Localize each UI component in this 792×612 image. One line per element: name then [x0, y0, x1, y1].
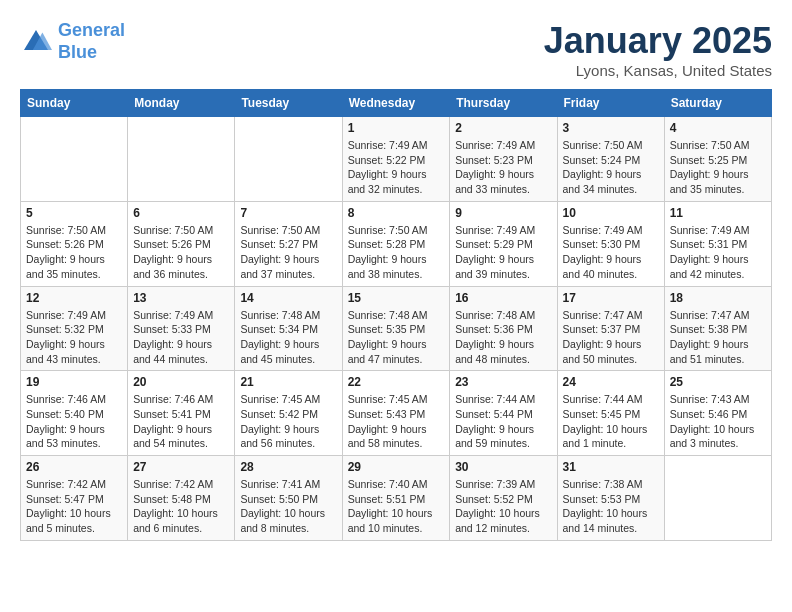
logo: General Blue [20, 20, 125, 63]
calendar-cell: 7 Sunrise: 7:50 AMSunset: 5:27 PMDayligh… [235, 201, 342, 286]
calendar-cell: 18 Sunrise: 7:47 AMSunset: 5:38 PMDaylig… [664, 286, 771, 371]
day-number: 18 [670, 291, 766, 305]
calendar-cell [664, 456, 771, 541]
calendar-cell: 12 Sunrise: 7:49 AMSunset: 5:32 PMDaylig… [21, 286, 128, 371]
day-info: Sunrise: 7:43 AMSunset: 5:46 PMDaylight:… [670, 392, 766, 451]
calendar-cell: 30 Sunrise: 7:39 AMSunset: 5:52 PMDaylig… [450, 456, 557, 541]
header-day-thursday: Thursday [450, 90, 557, 117]
calendar-cell: 4 Sunrise: 7:50 AMSunset: 5:25 PMDayligh… [664, 117, 771, 202]
header-day-monday: Monday [128, 90, 235, 117]
calendar-cell: 19 Sunrise: 7:46 AMSunset: 5:40 PMDaylig… [21, 371, 128, 456]
week-row-3: 19 Sunrise: 7:46 AMSunset: 5:40 PMDaylig… [21, 371, 772, 456]
day-info: Sunrise: 7:50 AMSunset: 5:28 PMDaylight:… [348, 223, 445, 282]
day-number: 30 [455, 460, 551, 474]
day-number: 11 [670, 206, 766, 220]
calendar-cell: 8 Sunrise: 7:50 AMSunset: 5:28 PMDayligh… [342, 201, 450, 286]
calendar-cell: 6 Sunrise: 7:50 AMSunset: 5:26 PMDayligh… [128, 201, 235, 286]
calendar-cell: 22 Sunrise: 7:45 AMSunset: 5:43 PMDaylig… [342, 371, 450, 456]
calendar-cell: 5 Sunrise: 7:50 AMSunset: 5:26 PMDayligh… [21, 201, 128, 286]
day-info: Sunrise: 7:47 AMSunset: 5:38 PMDaylight:… [670, 308, 766, 367]
day-info: Sunrise: 7:42 AMSunset: 5:47 PMDaylight:… [26, 477, 122, 536]
calendar-cell: 28 Sunrise: 7:41 AMSunset: 5:50 PMDaylig… [235, 456, 342, 541]
calendar-body: 1 Sunrise: 7:49 AMSunset: 5:22 PMDayligh… [21, 117, 772, 541]
header-day-sunday: Sunday [21, 90, 128, 117]
day-number: 1 [348, 121, 445, 135]
header: General Blue January 2025 Lyons, Kansas,… [20, 20, 772, 79]
week-row-1: 5 Sunrise: 7:50 AMSunset: 5:26 PMDayligh… [21, 201, 772, 286]
day-number: 22 [348, 375, 445, 389]
header-day-wednesday: Wednesday [342, 90, 450, 117]
day-number: 28 [240, 460, 336, 474]
calendar-cell: 17 Sunrise: 7:47 AMSunset: 5:37 PMDaylig… [557, 286, 664, 371]
calendar-cell: 26 Sunrise: 7:42 AMSunset: 5:47 PMDaylig… [21, 456, 128, 541]
header-row: SundayMondayTuesdayWednesdayThursdayFrid… [21, 90, 772, 117]
day-number: 10 [563, 206, 659, 220]
day-info: Sunrise: 7:49 AMSunset: 5:32 PMDaylight:… [26, 308, 122, 367]
day-number: 17 [563, 291, 659, 305]
header-day-friday: Friday [557, 90, 664, 117]
title-section: January 2025 Lyons, Kansas, United State… [544, 20, 772, 79]
calendar-cell: 10 Sunrise: 7:49 AMSunset: 5:30 PMDaylig… [557, 201, 664, 286]
day-number: 20 [133, 375, 229, 389]
day-info: Sunrise: 7:45 AMSunset: 5:42 PMDaylight:… [240, 392, 336, 451]
day-info: Sunrise: 7:49 AMSunset: 5:22 PMDaylight:… [348, 138, 445, 197]
day-number: 15 [348, 291, 445, 305]
day-info: Sunrise: 7:47 AMSunset: 5:37 PMDaylight:… [563, 308, 659, 367]
logo-text: General Blue [58, 20, 125, 63]
calendar-subtitle: Lyons, Kansas, United States [544, 62, 772, 79]
calendar-cell: 11 Sunrise: 7:49 AMSunset: 5:31 PMDaylig… [664, 201, 771, 286]
day-info: Sunrise: 7:45 AMSunset: 5:43 PMDaylight:… [348, 392, 445, 451]
logo-line1: General [58, 20, 125, 40]
calendar-title: January 2025 [544, 20, 772, 62]
day-number: 16 [455, 291, 551, 305]
day-info: Sunrise: 7:48 AMSunset: 5:34 PMDaylight:… [240, 308, 336, 367]
day-info: Sunrise: 7:46 AMSunset: 5:41 PMDaylight:… [133, 392, 229, 451]
day-info: Sunrise: 7:49 AMSunset: 5:33 PMDaylight:… [133, 308, 229, 367]
week-row-2: 12 Sunrise: 7:49 AMSunset: 5:32 PMDaylig… [21, 286, 772, 371]
week-row-4: 26 Sunrise: 7:42 AMSunset: 5:47 PMDaylig… [21, 456, 772, 541]
calendar-cell [128, 117, 235, 202]
calendar-cell: 1 Sunrise: 7:49 AMSunset: 5:22 PMDayligh… [342, 117, 450, 202]
day-number: 26 [26, 460, 122, 474]
day-number: 27 [133, 460, 229, 474]
calendar-cell [235, 117, 342, 202]
day-info: Sunrise: 7:48 AMSunset: 5:35 PMDaylight:… [348, 308, 445, 367]
day-info: Sunrise: 7:48 AMSunset: 5:36 PMDaylight:… [455, 308, 551, 367]
day-info: Sunrise: 7:50 AMSunset: 5:24 PMDaylight:… [563, 138, 659, 197]
day-number: 25 [670, 375, 766, 389]
day-info: Sunrise: 7:49 AMSunset: 5:29 PMDaylight:… [455, 223, 551, 282]
day-number: 9 [455, 206, 551, 220]
calendar-cell: 9 Sunrise: 7:49 AMSunset: 5:29 PMDayligh… [450, 201, 557, 286]
day-number: 21 [240, 375, 336, 389]
day-info: Sunrise: 7:40 AMSunset: 5:51 PMDaylight:… [348, 477, 445, 536]
header-day-tuesday: Tuesday [235, 90, 342, 117]
day-info: Sunrise: 7:42 AMSunset: 5:48 PMDaylight:… [133, 477, 229, 536]
day-number: 4 [670, 121, 766, 135]
week-row-0: 1 Sunrise: 7:49 AMSunset: 5:22 PMDayligh… [21, 117, 772, 202]
day-number: 8 [348, 206, 445, 220]
day-info: Sunrise: 7:38 AMSunset: 5:53 PMDaylight:… [563, 477, 659, 536]
day-number: 14 [240, 291, 336, 305]
calendar-header: SundayMondayTuesdayWednesdayThursdayFrid… [21, 90, 772, 117]
calendar-table: SundayMondayTuesdayWednesdayThursdayFrid… [20, 89, 772, 541]
calendar-cell: 3 Sunrise: 7:50 AMSunset: 5:24 PMDayligh… [557, 117, 664, 202]
logo-line2: Blue [58, 42, 97, 62]
day-info: Sunrise: 7:50 AMSunset: 5:26 PMDaylight:… [133, 223, 229, 282]
calendar-cell: 20 Sunrise: 7:46 AMSunset: 5:41 PMDaylig… [128, 371, 235, 456]
day-info: Sunrise: 7:50 AMSunset: 5:27 PMDaylight:… [240, 223, 336, 282]
calendar-cell: 14 Sunrise: 7:48 AMSunset: 5:34 PMDaylig… [235, 286, 342, 371]
calendar-cell: 15 Sunrise: 7:48 AMSunset: 5:35 PMDaylig… [342, 286, 450, 371]
calendar-cell [21, 117, 128, 202]
day-info: Sunrise: 7:49 AMSunset: 5:31 PMDaylight:… [670, 223, 766, 282]
calendar-cell: 21 Sunrise: 7:45 AMSunset: 5:42 PMDaylig… [235, 371, 342, 456]
day-number: 5 [26, 206, 122, 220]
day-info: Sunrise: 7:39 AMSunset: 5:52 PMDaylight:… [455, 477, 551, 536]
day-number: 23 [455, 375, 551, 389]
day-info: Sunrise: 7:46 AMSunset: 5:40 PMDaylight:… [26, 392, 122, 451]
day-number: 7 [240, 206, 336, 220]
day-info: Sunrise: 7:41 AMSunset: 5:50 PMDaylight:… [240, 477, 336, 536]
day-number: 12 [26, 291, 122, 305]
logo-icon [20, 26, 52, 58]
day-info: Sunrise: 7:49 AMSunset: 5:23 PMDaylight:… [455, 138, 551, 197]
day-info: Sunrise: 7:44 AMSunset: 5:44 PMDaylight:… [455, 392, 551, 451]
